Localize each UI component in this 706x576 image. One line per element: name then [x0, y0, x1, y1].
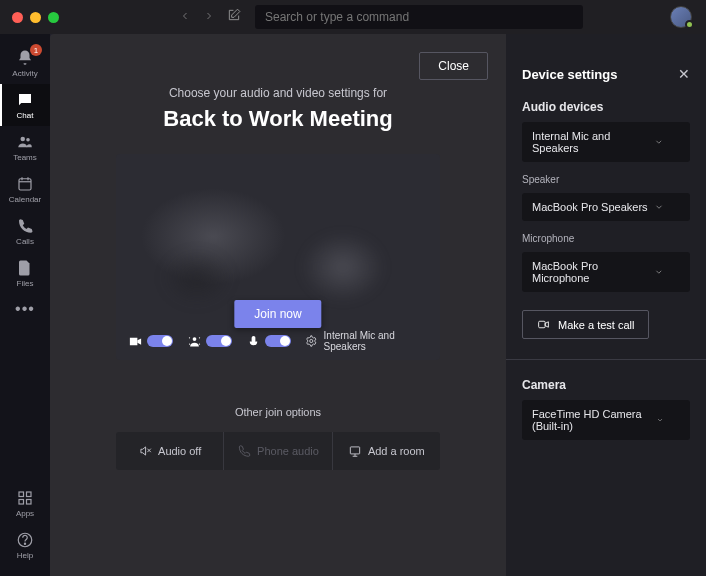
test-call-icon: [537, 318, 550, 331]
app-window: 1 Activity Chat Teams Calendar Calls: [0, 0, 706, 576]
svg-rect-2: [19, 178, 31, 189]
prejoin-subtitle: Choose your audio and video settings for: [169, 86, 387, 100]
other-options-row: Audio off Phone audio Add a room: [116, 432, 440, 470]
option-add-room[interactable]: Add a room: [332, 432, 440, 470]
history-nav: [179, 8, 215, 26]
device-settings-shortcut[interactable]: Internal Mic and Speakers: [305, 330, 428, 352]
rail-label: Apps: [16, 509, 34, 518]
svg-point-14: [199, 337, 200, 338]
phone-icon: [16, 217, 34, 235]
window-minimize-dot[interactable]: [30, 12, 41, 23]
speaker-select[interactable]: MacBook Pro Speakers: [522, 193, 690, 221]
speaker-off-icon: [138, 444, 152, 458]
preview-controls: Internal Mic and Speakers: [116, 330, 440, 352]
make-test-call-button[interactable]: Make a test call: [522, 310, 649, 339]
rail-label: Activity: [12, 69, 37, 78]
chevron-down-icon: [654, 137, 664, 147]
svg-point-13: [189, 337, 190, 338]
device-settings-panel: Device settings ✕ Audio devices Internal…: [506, 34, 706, 576]
rail-item-files[interactable]: Files: [0, 252, 50, 294]
prejoin-panel: Close Choose your audio and video settin…: [50, 34, 506, 576]
camera-select[interactable]: FaceTime HD Camera (Built-in): [522, 400, 690, 440]
mic-toggle[interactable]: [265, 335, 291, 347]
selected-device-label: Internal Mic and Speakers: [324, 330, 428, 352]
svg-point-15: [189, 343, 190, 344]
device-settings-title: Device settings: [522, 67, 617, 82]
rail-item-chat[interactable]: Chat: [0, 84, 50, 126]
svg-point-18: [310, 339, 313, 342]
speaker-value: MacBook Pro Speakers: [532, 201, 648, 213]
main-panel: Close Choose your audio and video settin…: [50, 34, 706, 576]
rail-item-calls[interactable]: Calls: [0, 210, 50, 252]
svg-rect-24: [539, 321, 546, 328]
app-body: 1 Activity Chat Teams Calendar Calls: [0, 34, 706, 576]
search-input[interactable]: [265, 10, 573, 24]
join-now-button[interactable]: Join now: [234, 300, 321, 328]
left-rail: 1 Activity Chat Teams Calendar Calls: [0, 34, 50, 576]
rail-item-help[interactable]: Help: [0, 524, 50, 566]
option-audio-off[interactable]: Audio off: [116, 432, 223, 470]
rail-item-teams[interactable]: Teams: [0, 126, 50, 168]
blur-control: [187, 334, 232, 349]
rail-item-apps[interactable]: Apps: [0, 482, 50, 524]
blur-toggle[interactable]: [206, 335, 232, 347]
mic-control: [246, 334, 291, 349]
svg-point-16: [199, 343, 200, 344]
rail-label: Teams: [13, 153, 37, 162]
file-icon: [16, 259, 34, 277]
camera-value: FaceTime HD Camera (Built-in): [532, 408, 656, 432]
chevron-down-icon: [654, 267, 664, 277]
speaker-label: Speaker: [522, 174, 690, 185]
svg-rect-21: [350, 447, 359, 454]
camera-preview: Join now: [116, 154, 440, 360]
gear-icon: [305, 334, 318, 348]
audio-device-select[interactable]: Internal Mic and Speakers: [522, 122, 690, 162]
rail-item-calendar[interactable]: Calendar: [0, 168, 50, 210]
search-box[interactable]: [255, 5, 583, 29]
video-icon: [128, 334, 143, 349]
back-icon[interactable]: [179, 8, 191, 26]
svg-rect-9: [27, 499, 32, 504]
rail-bottom: Apps Help: [0, 482, 50, 566]
blur-icon: [187, 334, 202, 349]
other-options-label: Other join options: [235, 406, 321, 418]
close-icon[interactable]: ✕: [678, 66, 690, 82]
rail-item-activity[interactable]: 1 Activity: [0, 42, 50, 84]
device-settings-header: Device settings ✕: [522, 66, 690, 82]
new-chat-icon[interactable]: [227, 8, 241, 26]
rail-label: Files: [17, 279, 34, 288]
rail-more-icon[interactable]: •••: [15, 300, 35, 318]
svg-rect-8: [19, 499, 24, 504]
svg-point-11: [24, 543, 25, 544]
audio-devices-section: Audio devices Internal Mic and Speakers …: [522, 100, 690, 339]
svg-point-0: [21, 136, 26, 141]
camera-section: Camera FaceTime HD Camera (Built-in): [522, 378, 690, 440]
window-close-dot[interactable]: [12, 12, 23, 23]
close-row: Close: [419, 52, 488, 80]
mic-icon: [246, 334, 261, 349]
room-icon: [348, 444, 362, 458]
option-label: Add a room: [368, 445, 425, 457]
svg-point-12: [193, 337, 197, 341]
svg-rect-7: [27, 492, 32, 497]
chevron-down-icon: [654, 202, 664, 212]
chat-icon: [16, 91, 34, 109]
forward-icon[interactable]: [203, 8, 215, 26]
option-phone-audio: Phone audio: [223, 432, 331, 470]
microphone-select[interactable]: MacBook Pro Microphone: [522, 252, 690, 292]
help-icon: [16, 531, 34, 549]
svg-rect-6: [19, 492, 24, 497]
camera-toggle[interactable]: [147, 335, 173, 347]
teams-icon: [16, 133, 34, 151]
close-button[interactable]: Close: [419, 52, 488, 80]
audio-devices-label: Audio devices: [522, 100, 690, 114]
rail-label: Calendar: [9, 195, 41, 204]
window-controls: [12, 12, 59, 23]
rail-label: Chat: [17, 111, 34, 120]
calendar-icon: [16, 175, 34, 193]
apps-icon: [16, 489, 34, 507]
window-zoom-dot[interactable]: [48, 12, 59, 23]
activity-badge: 1: [30, 44, 42, 56]
meeting-title: Back to Work Meeting: [163, 106, 392, 132]
divider: [506, 359, 706, 360]
